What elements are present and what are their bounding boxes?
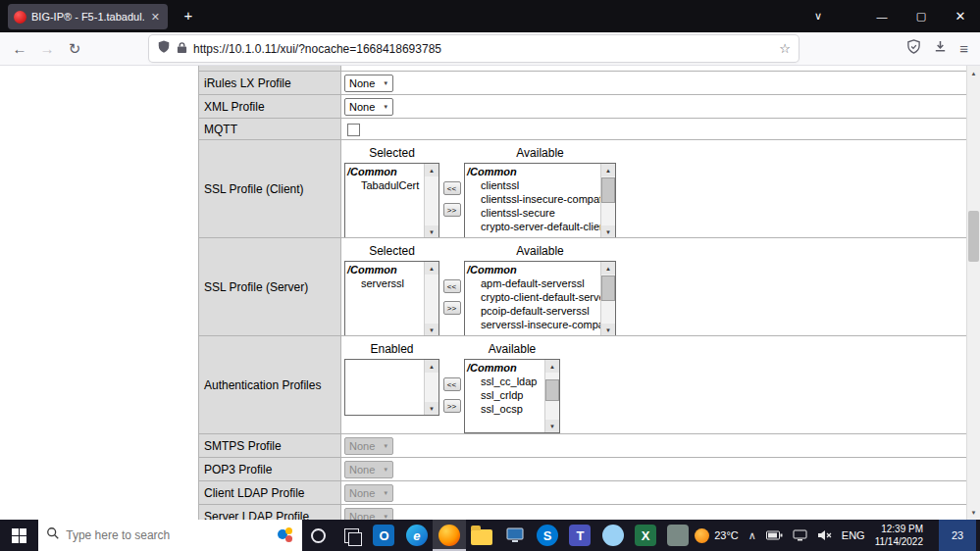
field-label: Server LDAP Profile [199, 505, 341, 520]
available-header: Available [516, 244, 563, 258]
scrollbar-thumb[interactable] [601, 276, 615, 301]
list-item[interactable]: ssl_cc_ldap [467, 375, 544, 388]
ssl-server-available-listbox[interactable]: /Common apm-default-serverssl crypto-cli… [464, 261, 616, 335]
list-group-header: /Common [467, 263, 600, 276]
reload-icon[interactable]: ↻ [61, 40, 88, 58]
task-view-icon[interactable] [335, 520, 368, 551]
url-text[interactable]: https://10.1.0.11/xui/?nocache=166841869… [193, 42, 773, 56]
scroll-down-icon[interactable]: ▼ [967, 505, 980, 520]
volume-muted-icon[interactable] [817, 529, 832, 541]
app-icon-remote-desktop[interactable] [498, 520, 531, 551]
scroll-down-icon[interactable]: ▼ [425, 402, 438, 415]
extension-shield-icon[interactable] [906, 39, 921, 58]
list-item[interactable]: ssl_crldp [467, 388, 544, 402]
cortana-icon[interactable] [302, 520, 335, 551]
back-icon[interactable]: ← [6, 40, 33, 57]
language-indicator[interactable]: ENG [842, 529, 865, 541]
app-icon-skype[interactable]: S [531, 520, 563, 551]
mqtt-checkbox[interactable] [347, 124, 360, 136]
scroll-up-icon[interactable]: ▲ [425, 262, 438, 275]
scroll-up-icon[interactable]: ▲ [967, 66, 980, 80]
clock-widget[interactable]: 12:39 PM 11/14/2022 [875, 523, 923, 548]
list-item[interactable]: clientssl-insecure-compatible [467, 192, 600, 206]
scroll-up-icon[interactable]: ▲ [601, 262, 615, 275]
list-item[interactable]: clientssl [467, 178, 600, 192]
app-icon-excel[interactable]: X [629, 520, 661, 551]
scroll-down-icon[interactable]: ▼ [425, 225, 438, 237]
window-close-button[interactable]: ✕ [941, 0, 980, 32]
downloads-icon[interactable] [933, 39, 948, 58]
network-icon[interactable] [793, 529, 807, 541]
scroll-up-icon[interactable]: ▲ [545, 360, 559, 373]
tracking-protection-shield-icon[interactable] [157, 39, 171, 58]
scrollbar-thumb[interactable] [545, 379, 559, 401]
irules-lx-profile-select[interactable]: None ▼ [344, 75, 393, 92]
lock-icon[interactable] [177, 40, 187, 58]
list-item[interactable]: apm-default-serverssl [467, 276, 600, 290]
listbox-scrollbar[interactable]: ▲ ▼ [600, 164, 615, 237]
tab-close-icon[interactable]: ✕ [149, 11, 162, 24]
app-icon-firefox[interactable] [433, 520, 465, 551]
battery-icon[interactable] [766, 530, 783, 540]
scroll-up-icon[interactable]: ▲ [601, 164, 615, 176]
bookmark-star-icon[interactable]: ☆ [779, 41, 791, 56]
app-icon-teams[interactable]: T [564, 520, 596, 551]
ssl-client-selected-listbox[interactable]: /Common TabadulCert ▲ ▼ [344, 163, 439, 237]
auth-enabled-listbox[interactable]: ▲ ▼ [344, 359, 439, 416]
app-icon-generic-1[interactable] [596, 520, 629, 551]
list-item[interactable]: crypto-server-default-clientssl [467, 220, 600, 233]
move-to-available-button[interactable]: >> [443, 399, 461, 413]
move-to-available-button[interactable]: >> [443, 301, 461, 315]
page-scrollbar[interactable]: ▲ ▼ [966, 66, 980, 520]
list-item[interactable]: TabadulCert [347, 178, 424, 192]
action-center-badge[interactable]: 23 [939, 520, 976, 551]
browser-tab[interactable]: BIG-IP® - F5-1.tabadul.com (10 ✕ [8, 4, 168, 29]
hidden-icons-chevron-icon[interactable]: ∧ [748, 529, 756, 542]
list-all-tabs-icon[interactable]: ∨ [803, 10, 833, 23]
app-icon-generic-2[interactable] [662, 520, 695, 551]
move-to-enabled-button[interactable]: << [443, 377, 461, 391]
app-icon-outlook[interactable]: O [368, 520, 400, 551]
forward-icon[interactable]: → [33, 40, 61, 57]
list-item[interactable]: pcoip-default-serverssl [467, 304, 600, 318]
list-item[interactable]: serverssl-insecure-compatible [467, 318, 600, 331]
list-item[interactable]: crypto-client-default-serverssl [467, 290, 600, 304]
app-icon-file-explorer[interactable] [466, 520, 498, 551]
listbox-scrollbar[interactable]: ▲ ▼ [544, 360, 559, 432]
xml-profile-select[interactable]: None ▼ [344, 98, 393, 116]
auth-available-listbox[interactable]: /Common ssl_cc_ldap ssl_crldp ssl_ocsp ▲… [464, 359, 560, 433]
smtps-profile-select: None ▼ [344, 437, 393, 455]
list-item[interactable]: serverssl [347, 276, 424, 290]
address-bar[interactable]: https://10.1.0.11/xui/?nocache=166841869… [149, 35, 799, 62]
list-item[interactable]: ssl_ocsp [467, 402, 544, 416]
scroll-down-icon[interactable]: ▼ [545, 420, 559, 432]
enabled-header: Enabled [370, 342, 413, 356]
app-icon-edge[interactable]: e [400, 520, 433, 551]
listbox-scrollbar[interactable]: ▲ ▼ [600, 262, 615, 335]
new-tab-button[interactable]: + [179, 7, 198, 24]
scroll-down-icon[interactable]: ▼ [601, 225, 615, 237]
weather-widget[interactable]: 23°C [695, 528, 739, 543]
scroll-up-icon[interactable]: ▲ [425, 164, 438, 176]
move-to-available-button[interactable]: >> [443, 203, 461, 217]
scroll-down-icon[interactable]: ▼ [601, 324, 615, 335]
move-to-selected-button[interactable]: << [443, 181, 461, 195]
ssl-server-selected-listbox[interactable]: /Common serverssl ▲ ▼ [344, 261, 439, 335]
move-to-selected-button[interactable]: << [443, 279, 461, 293]
scroll-down-icon[interactable]: ▼ [425, 324, 438, 335]
listbox-scrollbar[interactable]: ▲ ▼ [424, 360, 438, 415]
listbox-scrollbar[interactable]: ▲ ▼ [424, 262, 438, 335]
taskbar-search[interactable] [38, 520, 302, 551]
scroll-up-icon[interactable]: ▲ [425, 360, 438, 373]
start-button[interactable] [0, 520, 38, 551]
window-maximize-button[interactable]: ▢ [902, 0, 941, 32]
menu-hamburger-icon[interactable]: ≡ [959, 40, 968, 57]
window-minimize-button[interactable]: — [862, 0, 902, 32]
list-item[interactable]: clientssl-secure [467, 206, 600, 220]
ssl-client-available-listbox[interactable]: /Common clientssl clientssl-insecure-com… [464, 163, 616, 237]
search-highlights-icon[interactable] [277, 526, 294, 544]
scrollbar-thumb[interactable] [601, 177, 615, 203]
scrollbar-thumb[interactable] [968, 211, 979, 262]
search-input[interactable] [66, 528, 237, 542]
listbox-scrollbar[interactable]: ▲ ▼ [424, 164, 438, 237]
